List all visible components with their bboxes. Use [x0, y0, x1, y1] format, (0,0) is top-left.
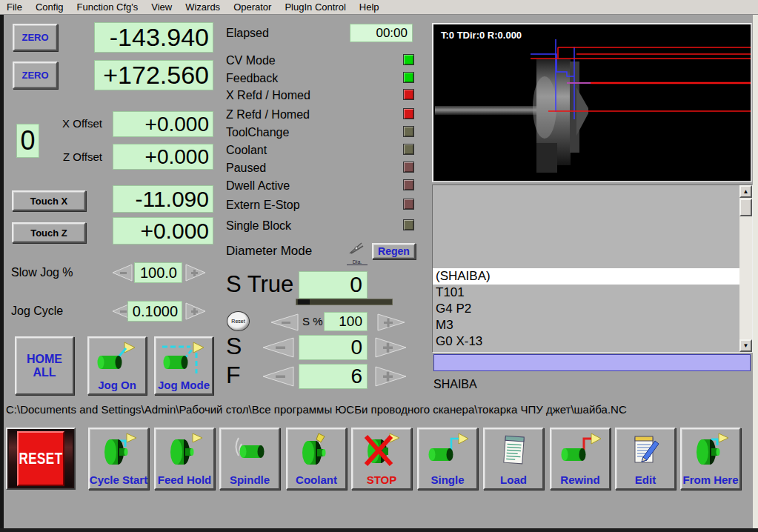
scrollbar-thumb[interactable]: [739, 199, 752, 216]
menu-operator[interactable]: Operator: [227, 0, 278, 14]
window-edge-bottom: [0, 528, 758, 532]
rewind-label: Rewind: [560, 473, 599, 488]
slow-jog-increase-arrow[interactable]: [184, 262, 210, 283]
gcode-scrollbar[interactable]: ▲ ▼: [739, 185, 752, 352]
menu-file[interactable]: File: [0, 0, 29, 14]
menu-plugin-control[interactable]: PlugIn Control: [278, 0, 352, 14]
edit-button[interactable]: Edit: [615, 428, 676, 490]
toolpath-display[interactable]: T:0 TDir:0 R:0.000: [432, 23, 752, 182]
from-here-button[interactable]: From Here: [680, 428, 741, 490]
feed-hold-icon: [156, 432, 213, 471]
f-decrease-arrow[interactable]: [256, 364, 296, 389]
mach3-turn-screen: File Config Function Cfg's View Wizards …: [0, 0, 758, 532]
elapsed-label: Elapsed: [226, 27, 269, 40]
menu-config[interactable]: Config: [29, 0, 70, 14]
dwell-active-led: [403, 179, 414, 190]
menu-wizards[interactable]: Wizards: [179, 0, 227, 14]
window-edge-left: [0, 15, 4, 529]
spindle-button[interactable]: Spindle: [219, 428, 280, 490]
jog-on-button[interactable]: Jog On: [87, 336, 147, 395]
reset-frame-left: [9, 430, 17, 487]
touch-x-button[interactable]: Touch X: [12, 190, 86, 211]
edit-icon: [616, 432, 674, 471]
slow-jog-decrease-arrow[interactable]: [108, 262, 133, 283]
z-offset-label: Z Offset: [50, 150, 102, 163]
s-percent-increase-arrow[interactable]: [375, 312, 410, 333]
coolant-led: [403, 144, 414, 155]
jog-cycle-increase-arrow[interactable]: [184, 301, 210, 322]
loaded-file-path: C:\Documents and Settings\Admin\Рабочий …: [6, 403, 753, 416]
home-all-button[interactable]: HOME ALL: [15, 336, 74, 395]
s-label: S: [226, 333, 242, 360]
s-increase-arrow[interactable]: [373, 335, 413, 360]
elapsed-field: 00:00: [350, 24, 413, 42]
touch-x-label: Touch X: [30, 196, 67, 207]
touch-z-label: Touch Z: [30, 227, 67, 239]
feedback-led: [403, 72, 414, 83]
gcode-line[interactable]: G4 P2: [433, 301, 739, 317]
s-true-field: 0: [299, 271, 368, 299]
s-percent-decrease-arrow[interactable]: [265, 312, 301, 333]
reset-frame-right: [64, 430, 73, 487]
f-increase-arrow[interactable]: [373, 364, 413, 389]
s-decrease-arrow[interactable]: [256, 335, 296, 360]
single-button[interactable]: Single: [417, 428, 478, 490]
z-offset-field[interactable]: +0.000: [113, 144, 213, 170]
stop-icon: [353, 432, 410, 471]
feed-hold-button[interactable]: Feed Hold: [154, 428, 215, 490]
regen-button[interactable]: Regen: [372, 243, 416, 259]
cycle-start-label: Cycle Start: [90, 473, 147, 488]
slider-thumb[interactable]: [298, 299, 310, 305]
load-button[interactable]: Load: [483, 428, 544, 490]
z-axis-dro[interactable]: +172.560: [94, 60, 213, 90]
gcode-line-selected[interactable]: (SHAIBA): [433, 268, 739, 285]
diameter-mode-label: Diameter Mode: [226, 244, 312, 259]
coolant-button[interactable]: Coolant: [286, 428, 347, 490]
s-percent-field[interactable]: 100: [324, 312, 368, 331]
zero-z-button[interactable]: ZERO: [13, 61, 58, 89]
x-axis-dro[interactable]: -143.940: [94, 22, 213, 53]
menu-function-cfgs[interactable]: Function Cfg's: [70, 0, 145, 14]
toolchange-led: [403, 126, 414, 137]
slow-jog-field[interactable]: 100.0: [134, 262, 182, 283]
stop-button[interactable]: STOP: [351, 428, 412, 490]
touch-z-button[interactable]: Touch Z: [12, 222, 86, 243]
fixture-number-field[interactable]: 0: [16, 124, 39, 158]
gcode-line[interactable]: G0 X-13: [433, 333, 739, 350]
diameter-mode-icon[interactable]: Dia.: [347, 240, 368, 262]
gcode-line[interactable]: M3: [433, 317, 739, 333]
reset-button[interactable]: RESET: [6, 428, 76, 490]
jog-mode-button[interactable]: Jog Mode: [154, 336, 213, 395]
spindle-override-slider[interactable]: [296, 299, 393, 305]
jog-mode-icon: [156, 341, 212, 378]
reset-label: RESET: [19, 449, 62, 469]
menu-view[interactable]: View: [144, 0, 179, 14]
f-label: F: [226, 362, 241, 389]
gcode-line[interactable]: T101: [433, 285, 739, 301]
single-icon: [419, 432, 476, 471]
touch-z-dro[interactable]: +0.000: [113, 217, 213, 245]
gcode-line[interactable]: Z0: [433, 350, 739, 353]
diameter-icon-caption: Dia.: [347, 259, 368, 265]
gcode-listing[interactable]: (SHAIBA) T101 G4 P2 M3 G0 X-13 Z0 ▲ ▼: [432, 184, 753, 353]
jog-cycle-field[interactable]: 0.1000: [127, 301, 182, 322]
f-field[interactable]: 6: [299, 364, 368, 389]
cycle-start-button[interactable]: Cycle Start: [88, 428, 149, 490]
led-label-x-refd: X Refd / Homed: [226, 89, 310, 102]
spindle-reset-button[interactable]: Reset: [227, 311, 250, 331]
led-label-paused: Paused: [226, 162, 266, 175]
paused-led: [403, 162, 414, 173]
led-label-dwell: Dwell Active: [226, 179, 290, 193]
menu-help[interactable]: Help: [353, 0, 386, 14]
touch-x-dro[interactable]: -11.090: [113, 185, 213, 213]
rewind-button[interactable]: Rewind: [550, 428, 611, 490]
s-field[interactable]: 0: [299, 335, 368, 360]
led-label-cv-mode: CV Mode: [226, 54, 276, 67]
zero-x-button[interactable]: ZERO: [13, 24, 58, 51]
single-label: Single: [430, 473, 464, 488]
scrollbar-down-arrow[interactable]: ▼: [739, 339, 752, 352]
scrollbar-up-arrow[interactable]: ▲: [739, 185, 752, 198]
cv-mode-led: [403, 54, 414, 65]
regen-label: Regen: [378, 245, 410, 257]
x-offset-field[interactable]: +0.000: [113, 111, 213, 137]
